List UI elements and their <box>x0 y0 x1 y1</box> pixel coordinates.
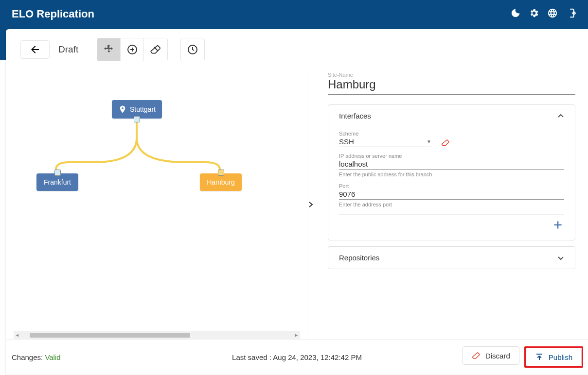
main-card: Draft Stuttgar <box>6 29 588 60</box>
toolbar: Draft <box>6 29 588 60</box>
dark-mode-icon[interactable] <box>510 8 521 18</box>
logout-icon[interactable] <box>566 8 576 18</box>
header-icons-group <box>510 8 576 18</box>
tool-group-main <box>97 38 168 60</box>
gear-icon[interactable] <box>529 8 539 18</box>
tool-group-history <box>180 38 205 60</box>
app-title: ELO Replication <box>12 8 94 20</box>
add-tool-button[interactable] <box>121 38 144 60</box>
history-button[interactable] <box>181 38 204 60</box>
globe-icon[interactable] <box>547 8 558 18</box>
erase-tool-button[interactable] <box>144 38 167 60</box>
back-button[interactable] <box>20 40 50 59</box>
move-tool-button[interactable] <box>97 38 121 60</box>
status-label: Draft <box>58 44 78 55</box>
